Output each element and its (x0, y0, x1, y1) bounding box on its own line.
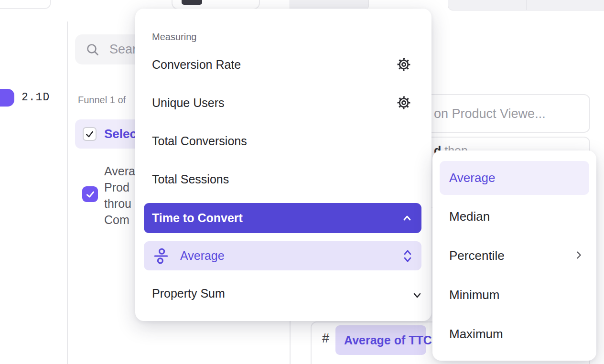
agg-item-maximum[interactable]: Maximum (449, 327, 503, 342)
ttc-average-label: Average (180, 249, 225, 263)
measuring-header: Measuring (152, 32, 196, 43)
time-to-convert-label: Time to Convert (152, 211, 243, 225)
toolbar-button-fragment[interactable] (182, 0, 202, 5)
gear-icon[interactable] (397, 58, 410, 71)
report-color-badge[interactable] (0, 89, 14, 107)
step-description-text: Avera Prod throu Com (104, 163, 135, 228)
menu-item-property-sum[interactable]: Property Sum (152, 287, 225, 300)
checkmark-icon (86, 190, 95, 199)
gear-icon[interactable] (397, 96, 410, 109)
top-left-card-fragment (0, 0, 51, 9)
top-toolbar-card-fragment (172, 0, 260, 10)
measuring-dropdown: Measuring Conversion Rate Unique Users T… (135, 9, 431, 321)
filter-checkbox-checked[interactable] (83, 127, 97, 141)
menu-item-time-to-convert[interactable]: Time to Convert (144, 203, 421, 233)
header-cell-fragment-left (290, 0, 369, 10)
agg-item-minimum[interactable]: Minimum (449, 288, 499, 302)
step-checkbox-checked[interactable] (82, 186, 98, 202)
chevron-up-down-icon (402, 249, 413, 263)
numeric-type-icon: # (322, 331, 329, 346)
chevron-up-icon (401, 213, 413, 224)
menu-item-ttc-average[interactable]: Average (144, 241, 421, 270)
metric-selector-pill[interactable]: Average of TTC (335, 325, 426, 355)
agg-item-average-selected[interactable]: Average (440, 161, 589, 195)
funnel-counter-label: Funnel 1 of (78, 95, 126, 106)
menu-item-conversion-rate[interactable]: Conversion Rate (152, 58, 241, 72)
chevron-right-icon (573, 250, 584, 260)
funnel-step-label: on Product Viewe... (434, 107, 546, 121)
menu-item-unique-users[interactable]: Unique Users (152, 96, 224, 110)
report-badge-label: 2.1D (22, 91, 50, 104)
search-icon (86, 43, 100, 57)
left-rail-divider (67, 21, 68, 364)
header-cell-fragment-right (526, 0, 604, 11)
metric-selector-label: Average of TTC (344, 333, 432, 347)
agg-item-percentile[interactable]: Percentile (449, 248, 505, 263)
menu-item-total-sessions[interactable]: Total Sessions (152, 172, 229, 186)
aggregation-submenu: Average Median Percentile Minimum Maximu… (432, 150, 596, 361)
agg-average-label: Average (449, 171, 495, 185)
header-cell-fragment-mid (448, 0, 528, 11)
chevron-down-icon[interactable] (411, 289, 423, 301)
agg-item-median[interactable]: Median (449, 209, 490, 224)
average-icon (153, 248, 169, 264)
checkmark-icon (85, 129, 94, 139)
menu-item-total-conversions[interactable]: Total Conversions (152, 134, 247, 148)
